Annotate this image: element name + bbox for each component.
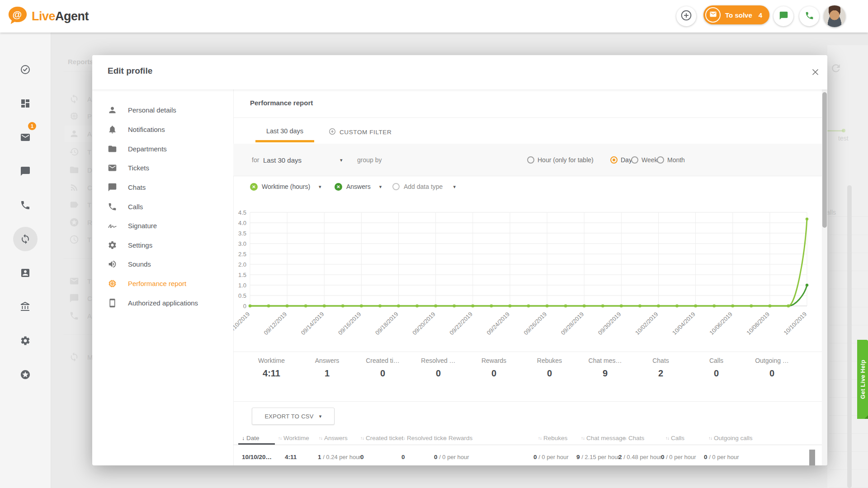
remove-series-icon[interactable]: ✕ xyxy=(250,183,258,191)
svg-text:09/16/2019: 09/16/2019 xyxy=(337,311,363,337)
sidebar-item-mail[interactable]: 1 xyxy=(13,125,38,150)
stat-chats: Chats2 xyxy=(633,357,689,379)
svg-text:10/06/2019: 10/06/2019 xyxy=(708,311,734,337)
svg-text:09/10/2019: 09/10/2019 xyxy=(233,311,251,337)
export-to-csv-button[interactable]: EXPORT TO CSV ▾ xyxy=(252,408,335,425)
legend-chip-worktime[interactable]: ✕Worktime (hours)▾ xyxy=(250,179,321,194)
sidebar-item-academy[interactable] xyxy=(13,295,38,319)
range-dropdown-value[interactable]: Last 30 days xyxy=(263,144,302,176)
table-scrollbar-thumb[interactable] xyxy=(809,450,815,465)
divider xyxy=(233,117,822,118)
profile-menu-item-notifications[interactable]: Notifications xyxy=(101,121,228,137)
gear-icon xyxy=(108,240,117,250)
active-tab-indicator xyxy=(255,140,314,142)
profile-menu-item-authorized-applications[interactable]: Authorized applications xyxy=(101,295,228,311)
profile-menu-item-signature[interactable]: Signature xyxy=(101,217,228,234)
close-icon[interactable] xyxy=(809,67,821,79)
add-new-button[interactable] xyxy=(676,6,696,26)
remove-series-icon[interactable]: ✕ xyxy=(335,183,342,191)
chevron-down-icon[interactable]: ▾ xyxy=(340,144,343,176)
stat-rewards: Rewards0 xyxy=(466,357,522,379)
column-header-chat-message[interactable]: ↑↓Chat message xyxy=(581,435,626,441)
svg-text:09/30/2019: 09/30/2019 xyxy=(597,311,623,337)
sidebar-item-dashboard[interactable] xyxy=(13,91,38,116)
profile-menu-item-personal-details[interactable]: Personal details xyxy=(101,102,228,118)
profile-menu-item-performance-report[interactable]: Performance report xyxy=(101,275,228,291)
to-solve-button[interactable]: To solve 4 xyxy=(703,5,769,24)
add-data-type-option[interactable]: Add data type ▾ xyxy=(392,179,456,194)
chevron-down-icon: ▾ xyxy=(319,184,321,190)
group-by-option-hour[interactable]: Hour (only for table) xyxy=(527,144,594,176)
sidebar-item-gear[interactable] xyxy=(13,328,38,353)
divider xyxy=(233,401,822,402)
sidebar-item-star-circle[interactable] xyxy=(13,362,38,387)
modal-scrollbar-thumb[interactable] xyxy=(822,92,827,228)
sidebar-item-chat[interactable] xyxy=(13,159,38,183)
section-title: Performance report xyxy=(250,99,313,107)
svg-text:09/28/2019: 09/28/2019 xyxy=(560,311,585,337)
column-header-answers[interactable]: ↑↓Answers xyxy=(319,435,348,441)
table-cell: 0 / 0 per hour xyxy=(661,454,696,460)
profile-menu-item-settings[interactable]: Settings xyxy=(101,237,228,253)
profile-menu-item-sounds[interactable]: Sounds xyxy=(101,256,228,272)
sort-icon: ↑↓ xyxy=(581,436,585,441)
sort-icon: ↑↓ xyxy=(319,436,322,441)
svg-text:3.0: 3.0 xyxy=(238,240,246,247)
svg-text:10/02/2019: 10/02/2019 xyxy=(634,311,660,337)
chevron-down-icon: ▾ xyxy=(453,184,456,190)
sidebar-item-loop[interactable] xyxy=(13,227,38,251)
stat-outgoing: Outgoing …0 xyxy=(744,357,800,379)
profile-menu-item-departments[interactable]: Departments xyxy=(101,141,228,157)
folder-icon xyxy=(108,144,117,154)
main-sidebar: 1 xyxy=(0,33,51,488)
group-by-option-month[interactable]: Month xyxy=(657,144,685,176)
stat-calls: Calls0 xyxy=(689,357,744,379)
sort-icon: ↑↓ xyxy=(360,436,364,441)
summary-stats: Worktime4:11Answers1Created ti…0Resolved… xyxy=(244,357,800,379)
svg-text:09/24/2019: 09/24/2019 xyxy=(485,311,511,337)
envelope-icon xyxy=(705,7,721,23)
column-header-outgoing-calls[interactable]: ↑↓Outgoing calls xyxy=(708,435,753,441)
column-header-rebukes[interactable]: ↑↓Rebukes xyxy=(538,435,567,441)
svg-text:4.0: 4.0 xyxy=(238,220,246,226)
svg-text:1.5: 1.5 xyxy=(238,272,246,278)
table-cell: 1 / 0.24 per hour xyxy=(318,454,361,460)
stat-chatmes: Chat mes…9 xyxy=(577,357,633,379)
signature-icon xyxy=(108,221,117,230)
group-by-option-day[interactable]: Day xyxy=(610,144,632,176)
profile-menu-item-chats[interactable]: Chats xyxy=(101,179,228,195)
svg-text:4.5: 4.5 xyxy=(238,209,246,216)
sidebar-item-contact-card[interactable] xyxy=(13,261,38,285)
sort-icon: ↑↓ xyxy=(538,436,542,441)
performance-line-chart: 00.51.01.52.02.53.03.54.04.509/10/201909… xyxy=(233,209,821,356)
svg-text:10/10/2019: 10/10/2019 xyxy=(782,311,808,337)
chats-status-button[interactable] xyxy=(774,6,793,26)
column-header-chats[interactable]: ↑↓Chats xyxy=(623,435,644,441)
column-header-created-ticket[interactable]: ↑↓Created ticket xyxy=(360,435,403,441)
column-header-resolved-ticke[interactable]: ↑↓Resolved ticke xyxy=(401,435,447,441)
calls-status-button[interactable] xyxy=(799,6,819,26)
radio-icon xyxy=(527,156,534,164)
table-cell: 0 xyxy=(360,454,364,460)
group-by-option-week[interactable]: Week xyxy=(631,144,658,176)
profile-menu-item-calls[interactable]: Calls xyxy=(101,198,228,215)
column-header-date[interactable]: ↓Date xyxy=(242,435,259,441)
svg-text:0.5: 0.5 xyxy=(238,292,246,299)
stat-worktime: Worktime4:11 xyxy=(244,357,299,379)
sidebar-item-check-circle[interactable] xyxy=(13,57,38,82)
column-header-rewards[interactable]: ↑↓Rewards xyxy=(443,435,472,441)
column-header-calls[interactable]: ↑↓Calls xyxy=(665,435,684,441)
table-cell: 2 / 0.48 per hour xyxy=(618,454,662,460)
mail-icon xyxy=(108,163,117,173)
get-live-help-tab[interactable]: Get Live Help xyxy=(857,340,868,419)
svg-text:09/26/2019: 09/26/2019 xyxy=(523,311,548,337)
divider xyxy=(233,445,822,445)
tab-last-30-days[interactable]: Last 30 days xyxy=(255,127,314,135)
tab-custom-filter[interactable]: CUSTOM FILTER xyxy=(329,128,392,136)
legend-chip-answers[interactable]: ✕Answers▾ xyxy=(335,179,382,194)
profile-menu-item-tickets[interactable]: Tickets xyxy=(101,160,228,176)
to-solve-count: 4 xyxy=(759,11,762,19)
sidebar-item-call[interactable] xyxy=(13,193,38,217)
avatar[interactable] xyxy=(824,5,845,27)
column-header-worktime[interactable]: ↑↓Worktime xyxy=(278,435,309,441)
